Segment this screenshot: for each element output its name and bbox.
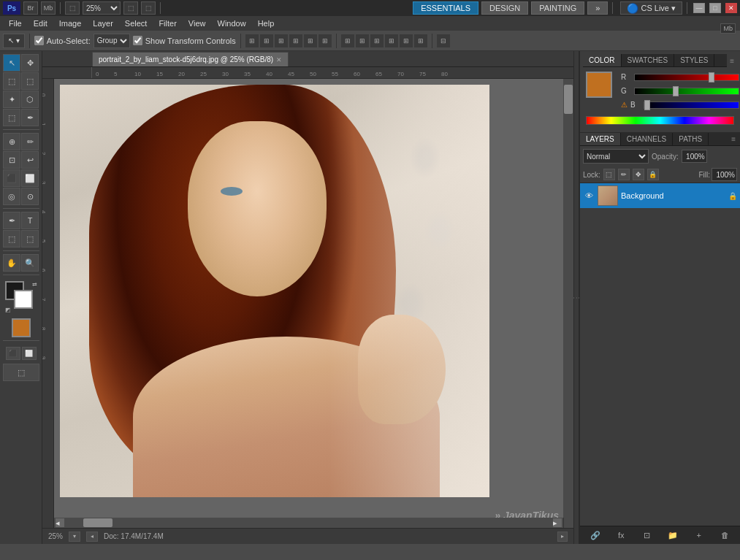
hand-tool[interactable]: ✋ — [3, 254, 20, 272]
tab-close-btn[interactable]: ✕ — [276, 56, 282, 64]
prev-frame-btn[interactable]: ◂ — [86, 532, 98, 542]
vertical-scrollbar-thumb[interactable] — [564, 85, 573, 114]
new-group-btn[interactable]: 📁 — [666, 529, 679, 542]
delete-layer-btn[interactable]: 🗑 — [718, 529, 731, 542]
workspace-essentials[interactable]: ESSENTIALS — [413, 1, 478, 15]
standard-mode-btn[interactable]: ⬛ — [6, 347, 20, 360]
fill-input[interactable] — [712, 168, 737, 181]
lock-image-btn[interactable]: ✏ — [618, 169, 630, 180]
align-top-icon[interactable]: ⊞ — [289, 34, 302, 47]
blend-mode-select[interactable]: Normal Multiply Screen Overlay — [583, 149, 649, 164]
dist-4-icon[interactable]: ⊞ — [385, 34, 398, 47]
menu-select[interactable]: Select — [119, 18, 153, 29]
menu-view[interactable]: View — [183, 18, 212, 29]
lock-all-btn[interactable]: 🔒 — [647, 169, 659, 180]
menu-help[interactable]: Help — [252, 18, 281, 29]
zoom-select[interactable]: 25%50%100% — [83, 1, 121, 15]
menu-layer[interactable]: Layer — [87, 18, 119, 29]
fill-tool[interactable]: ⬜ — [21, 169, 39, 187]
minimize-button[interactable]: — — [693, 3, 705, 13]
transform-controls-icon[interactable]: ⊟ — [437, 34, 450, 47]
menu-file[interactable]: File — [3, 18, 28, 29]
history-brush-tool[interactable]: ↩ — [21, 151, 39, 169]
workspace-painting[interactable]: PAINTING — [531, 1, 584, 15]
workspace-more[interactable]: » — [587, 1, 608, 15]
maximize-button[interactable]: □ — [709, 3, 721, 13]
auto-select-type[interactable]: GroupLayer — [94, 34, 130, 48]
layer-visibility-icon[interactable]: 👁 — [583, 190, 595, 202]
magic-wand-tool[interactable]: ✦ — [3, 91, 20, 108]
mb-icon[interactable]: Mb — [720, 23, 736, 34]
cs-live-button[interactable]: 🔵 CS Live ▾ — [620, 1, 682, 15]
dodge-tool[interactable]: ⊙ — [21, 188, 39, 205]
align-center-h-icon[interactable]: ⊞ — [260, 34, 273, 47]
fg-color-swatch[interactable] — [12, 318, 31, 337]
menu-filter[interactable]: Filter — [153, 18, 182, 29]
tab-layers[interactable]: LAYERS — [580, 133, 621, 145]
transform-checkbox[interactable] — [133, 36, 142, 45]
vertical-scrollbar[interactable] — [563, 79, 573, 518]
screen-mode-icon[interactable]: ⬚ — [123, 1, 138, 15]
tab-styles[interactable]: STYLES — [674, 54, 714, 66]
menu-edit[interactable]: Edit — [28, 18, 53, 29]
align-right-icon[interactable]: ⊞ — [275, 34, 288, 47]
dist-2-icon[interactable]: ⊞ — [356, 34, 369, 47]
marquee-tool[interactable]: ⬚ — [3, 72, 20, 90]
quick-select-tool[interactable]: ⬡ — [21, 91, 39, 108]
healing-tool[interactable]: ⊕ — [3, 133, 20, 150]
brush-tool[interactable]: ✏ — [21, 133, 39, 150]
align-center-v-icon[interactable]: ⊞ — [304, 34, 317, 47]
lasso-tool[interactable]: ⬚ — [21, 72, 39, 90]
add-mask-btn[interactable]: ⊡ — [641, 529, 654, 542]
move-tool-option[interactable]: ↖ ▾ — [3, 34, 25, 48]
pen-tool[interactable]: ✒ — [3, 212, 20, 229]
horizontal-scrollbar[interactable]: ◂ ▸ — [54, 518, 563, 528]
blur-tool[interactable]: ◎ — [3, 188, 20, 205]
lock-transparent-btn[interactable]: ⬚ — [603, 169, 615, 180]
dist-1-icon[interactable]: ⊞ — [341, 34, 354, 47]
align-bottom-icon[interactable]: ⊞ — [318, 34, 332, 47]
scroll-left-btn[interactable]: ◂ — [56, 518, 64, 527]
tab-channels[interactable]: CHANNELS — [621, 133, 673, 145]
dist-6-icon[interactable]: ⊞ — [414, 34, 427, 47]
tab-paths[interactable]: PATHS — [673, 133, 709, 145]
menu-image[interactable]: Image — [53, 18, 88, 29]
eraser-tool[interactable]: ⬛ — [3, 169, 20, 187]
workspace-design[interactable]: DESIGN — [481, 1, 528, 15]
close-button[interactable]: ✕ — [725, 3, 737, 13]
mini-bridge-icon[interactable]: Mb — [41, 1, 56, 15]
next-frame-btn[interactable]: ▸ — [557, 532, 568, 542]
document-tab[interactable]: portrait_2_by_liam_stock-d5j6drq.jpg @ 2… — [92, 52, 289, 66]
tab-color[interactable]: COLOR — [583, 54, 622, 66]
add-style-btn[interactable]: fx — [614, 529, 628, 542]
zoom-menu-btn[interactable]: ▾ — [69, 532, 80, 542]
horizontal-scrollbar-thumb[interactable] — [83, 518, 112, 527]
align-left-icon[interactable]: ⊞ — [245, 34, 259, 47]
b-slider[interactable] — [644, 101, 739, 109]
spectrum-bar[interactable] — [586, 116, 734, 125]
new-layer-btn[interactable]: + — [693, 529, 706, 542]
clone-stamp-tool[interactable]: ⊡ — [3, 151, 20, 169]
view-extras-icon[interactable]: ⬚ — [65, 1, 80, 15]
screen-mode-btn[interactable]: ⬚ — [3, 364, 39, 381]
zoom-tool[interactable]: 🔍 — [21, 254, 39, 272]
panel-divider[interactable]: ⋮ — [573, 51, 579, 544]
scroll-right-btn[interactable]: ▸ — [553, 518, 562, 527]
artboard-tool[interactable]: ✥ — [21, 54, 39, 72]
dist-5-icon[interactable]: ⊞ — [400, 34, 413, 47]
type-tool[interactable]: T — [21, 212, 39, 229]
r-slider[interactable] — [634, 74, 739, 81]
background-color[interactable] — [14, 290, 33, 309]
arrange-icon[interactable]: ⬚ — [141, 1, 156, 15]
shape-tool[interactable]: ⬚ — [21, 230, 39, 248]
foreground-color-swatch[interactable] — [586, 72, 612, 98]
eyedropper-tool[interactable]: ✒ — [21, 109, 39, 126]
opacity-input[interactable] — [682, 150, 707, 163]
crop-tool[interactable]: ⬚ — [3, 109, 20, 126]
bridge-icon[interactable]: Br — [23, 1, 38, 15]
link-layers-btn[interactable]: 🔗 — [589, 529, 602, 542]
quick-mask-btn[interactable]: ⬜ — [22, 347, 37, 360]
default-colors-icon[interactable]: ◩ — [5, 307, 11, 313]
dist-3-icon[interactable]: ⊞ — [370, 34, 384, 47]
color-panel-menu[interactable]: ≡ — [727, 55, 737, 66]
